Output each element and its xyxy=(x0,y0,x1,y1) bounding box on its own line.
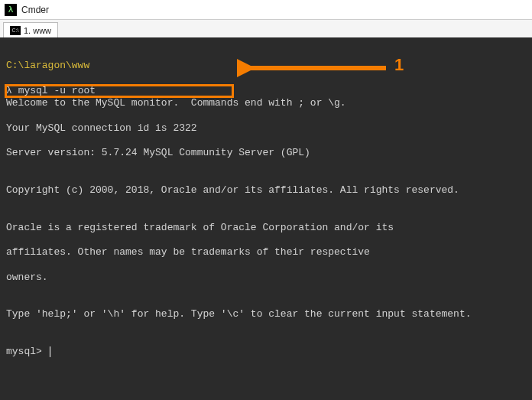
text-cursor xyxy=(50,346,50,357)
output-line: Type 'help;' or '\h' for help. Type '\c'… xyxy=(6,308,526,320)
window-title: Cmder xyxy=(21,5,49,15)
output-line: Your MySQL connection id is 2322 xyxy=(6,122,526,135)
tab-label: 1. www xyxy=(24,26,51,35)
output-line: Copyright (c) 2000, 2018, Oracle and/or … xyxy=(6,184,526,197)
tab-bar: C:\ 1. www xyxy=(0,20,532,38)
output-line: Welcome to the MySQL monitor. Commands e… xyxy=(6,97,526,109)
app-icon: λ xyxy=(5,4,17,16)
cwd-path: C:\laragon\www xyxy=(6,60,526,72)
typed-command: mysql -u root xyxy=(18,85,96,96)
terminal-area[interactable]: C:\laragon\www λ mysql -u root Welcome t… xyxy=(0,38,532,400)
output-line: affiliates. Other names may be trademark… xyxy=(6,246,526,259)
tab-www[interactable]: C:\ 1. www xyxy=(3,22,58,37)
prompt-symbol: λ xyxy=(6,85,12,96)
output-line: owners. xyxy=(6,272,526,284)
cmd-icon: C:\ xyxy=(10,26,21,35)
lambda-icon: λ xyxy=(8,5,14,14)
output-line: Server version: 5.7.24 MySQL Community S… xyxy=(6,147,526,159)
mysql-prompt: mysql> xyxy=(6,346,48,357)
window-titlebar: λ Cmder xyxy=(0,0,532,20)
command-line: λ mysql -u root xyxy=(6,85,96,97)
mysql-prompt-line: mysql> xyxy=(6,346,526,358)
output-line: Oracle is a registered trademark of Orac… xyxy=(6,222,526,234)
